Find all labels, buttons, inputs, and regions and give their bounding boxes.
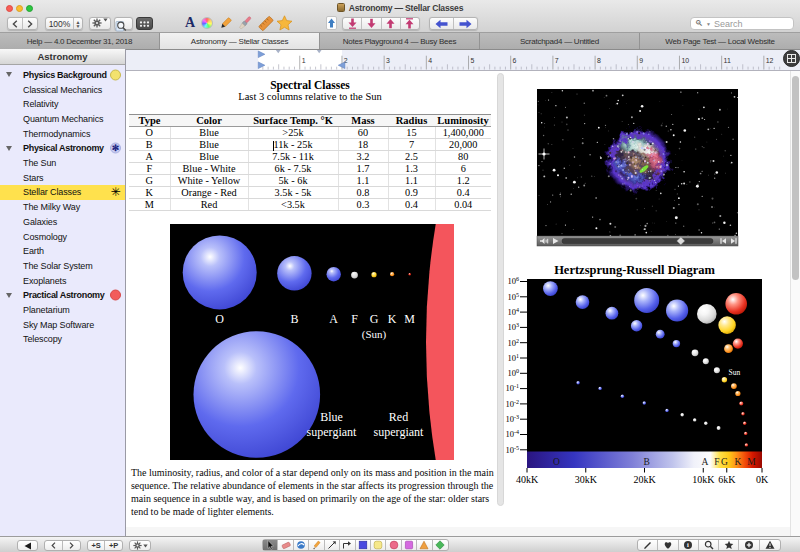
- sidebar-item-cosmology[interactable]: Cosmology: [0, 229, 125, 244]
- table-cell[interactable]: Blue: [170, 139, 248, 151]
- triangle-orange-tool[interactable]: [417, 540, 432, 550]
- bottom-gear-menu[interactable]: [129, 540, 151, 551]
- warning-action-button[interactable]: [760, 540, 780, 550]
- table-cell[interactable]: Orange - Red: [170, 187, 248, 199]
- table-cell[interactable]: 15: [388, 127, 435, 139]
- sidebar-item-quantum-mechanics[interactable]: Quantum Mechanics: [0, 112, 125, 127]
- export-page-button[interactable]: [324, 15, 339, 31]
- sidebar-item-planetarium[interactable]: Planetarium: [0, 303, 125, 318]
- select-arrow-tool[interactable]: [263, 540, 278, 550]
- rounded-square-yellow-tool[interactable]: [371, 540, 386, 550]
- table-cell[interactable]: 2.5: [388, 151, 435, 163]
- table-cell[interactable]: 5k - 6k: [248, 175, 338, 187]
- connector-arrow-tool[interactable]: [340, 540, 355, 550]
- table-cell[interactable]: Blue - White: [170, 163, 248, 175]
- table-cell[interactable]: 0.8: [338, 187, 388, 199]
- hr-diagram-figure[interactable]: Hertzsprung-Russell DiagramOBAFGKM106105…: [508, 262, 774, 488]
- sidebar-item-earth[interactable]: Earth: [0, 244, 125, 259]
- sidebar-item-the-solar-system[interactable]: The Solar System: [0, 259, 125, 274]
- table-cell[interactable]: 3.5k - 5k: [248, 187, 338, 199]
- table-cell[interactable]: 0.04: [435, 199, 491, 211]
- move-to-bottom-button[interactable]: [343, 18, 362, 29]
- heart-action-button[interactable]: [658, 540, 678, 550]
- table-cell[interactable]: 1,400,000: [435, 127, 491, 139]
- sidebar-item-the-milky-way[interactable]: The Milky Way: [0, 200, 125, 215]
- sidebar-item-stars[interactable]: Stars: [0, 170, 125, 185]
- highlighter-button[interactable]: [218, 16, 233, 31]
- pencil-tool[interactable]: [309, 540, 324, 550]
- table-cell[interactable]: 7: [388, 139, 435, 151]
- table-cell[interactable]: K: [129, 187, 170, 199]
- notebook-tab-3[interactable]: Notes Playground 4 — Busy Bees: [320, 33, 480, 49]
- table-cell[interactable]: 6k - 7.5k: [248, 163, 338, 175]
- sidebar-item-practical-astronomy[interactable]: Practical Astronomy: [0, 288, 125, 303]
- smudge-tool[interactable]: [294, 540, 309, 550]
- color-wheel-button[interactable]: [201, 17, 213, 29]
- line-arrow-tool[interactable]: [325, 540, 340, 550]
- zoom-button[interactable]: [26, 5, 33, 12]
- table-cell[interactable]: M: [129, 199, 170, 211]
- table-cell[interactable]: 11k - 25k: [248, 139, 338, 151]
- table-cell[interactable]: F: [129, 163, 170, 175]
- table-cell[interactable]: O: [129, 127, 170, 139]
- star-button[interactable]: [276, 15, 293, 31]
- notes-paragraph[interactable]: The luminosity, radius, and color of a s…: [131, 466, 499, 518]
- minimize-button[interactable]: [16, 5, 23, 12]
- sidebar-item-telescopy[interactable]: Telescopy: [0, 332, 125, 347]
- page-right-button[interactable]: [454, 18, 477, 29]
- table-cell[interactable]: G: [129, 175, 170, 187]
- table-cell[interactable]: Red: [170, 199, 248, 211]
- table-cell[interactable]: A: [129, 151, 170, 163]
- table-cell[interactable]: 6: [435, 163, 491, 175]
- scrubber-track[interactable]: [562, 238, 713, 243]
- prev-page-button[interactable]: [45, 541, 63, 550]
- disclosure-triangle-icon[interactable]: [6, 146, 12, 151]
- sidebar-item-the-sun[interactable]: The Sun: [0, 156, 125, 171]
- table-cell[interactable]: 1.7: [338, 163, 388, 175]
- table-cell[interactable]: Blue: [170, 151, 248, 163]
- page-edge-bar[interactable]: [497, 73, 504, 506]
- zoom-page-button[interactable]: [114, 17, 133, 30]
- plus-action-button[interactable]: [739, 540, 759, 550]
- zoom-stepper[interactable]: 100% ▲▼: [45, 17, 83, 30]
- table-cell[interactable]: 1.2: [435, 175, 491, 187]
- notebook-tab-1[interactable]: Help — 4.0 December 31, 2018: [0, 33, 160, 49]
- table-cell[interactable]: 0.4: [435, 187, 491, 199]
- paintbrush-button[interactable]: [237, 15, 253, 31]
- table-cell[interactable]: 60: [338, 127, 388, 139]
- sidebar-item-exoplanets[interactable]: Exoplanets: [0, 273, 125, 288]
- disclosure-triangle-icon[interactable]: [6, 293, 12, 298]
- star-action-button[interactable]: [719, 540, 739, 550]
- notebook-tab-2[interactable]: Astronomy — Stellar Classes: [160, 33, 320, 49]
- table-cell[interactable]: 3.2: [338, 151, 388, 163]
- video-player[interactable]: [537, 89, 738, 246]
- add-section-button[interactable]: +S: [88, 541, 105, 550]
- close-button[interactable]: [6, 5, 13, 12]
- star-sizes-figure[interactable]: OBAFGKM(Sun)BluesupergiantRedsupergiant: [170, 224, 454, 460]
- disclosure-triangle-icon[interactable]: [6, 72, 12, 77]
- next-page-button[interactable]: [63, 541, 80, 550]
- gear-menu-button[interactable]: [89, 17, 111, 30]
- back-button[interactable]: [8, 18, 23, 29]
- table-cell[interactable]: <3.5k: [248, 199, 338, 211]
- notebook-tab-5[interactable]: Web Page Test — Local Website: [640, 33, 800, 49]
- table-cell[interactable]: 0.9: [388, 187, 435, 199]
- sidebar-item-galaxies[interactable]: Galaxies: [0, 215, 125, 230]
- sidebar-item-stellar-classes[interactable]: Stellar Classes✳: [0, 185, 125, 200]
- move-up-button[interactable]: [382, 18, 401, 29]
- info-action-button[interactable]: i: [679, 540, 699, 550]
- table-cell[interactable]: Blue: [170, 127, 248, 139]
- sidebar-item-relativity[interactable]: Relativity: [0, 97, 125, 112]
- eraser-tool[interactable]: [278, 540, 293, 550]
- video-controls[interactable]: [537, 236, 738, 246]
- ruler-button[interactable]: [257, 15, 275, 32]
- table-cell[interactable]: B: [129, 139, 170, 151]
- magnifier-action-button[interactable]: [699, 540, 719, 550]
- sidebar-header[interactable]: Astronomy: [0, 49, 125, 65]
- search-input[interactable]: 🔍︎ ▼ Search: [690, 17, 794, 30]
- table-cell[interactable]: 20,000: [435, 139, 491, 151]
- sidebar-item-physical-astronomy[interactable]: Physical Astronomy✻: [0, 141, 125, 156]
- format-text-button[interactable]: A: [184, 15, 196, 30]
- move-to-top-button[interactable]: [401, 18, 419, 29]
- diamond-green-tool[interactable]: [433, 540, 448, 550]
